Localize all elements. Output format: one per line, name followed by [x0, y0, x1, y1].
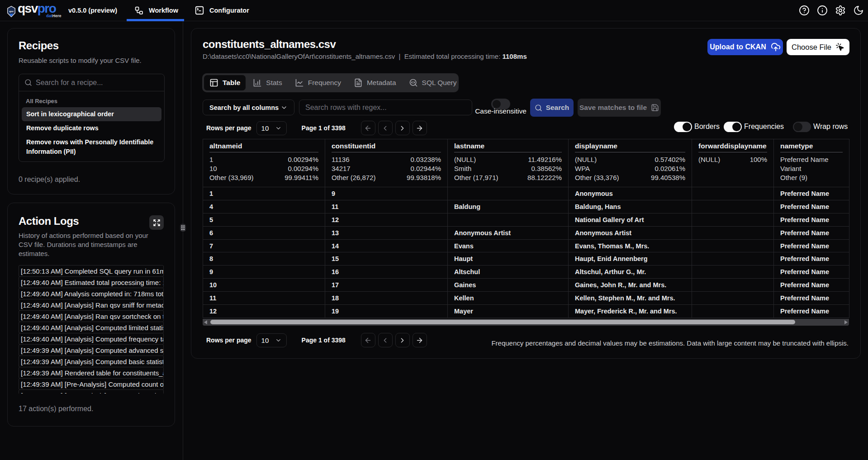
- svg-text:qsv: qsv: [9, 10, 14, 13]
